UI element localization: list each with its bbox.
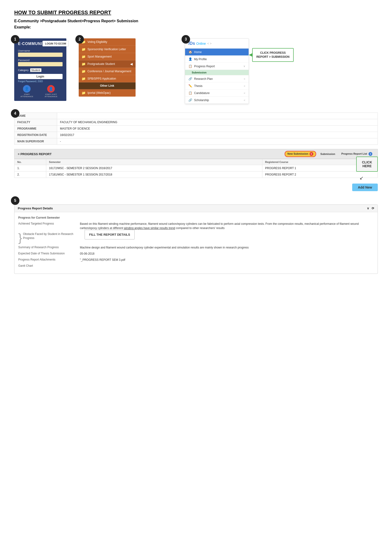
summary-value: Machine design and filament wound carbon…	[80, 245, 374, 250]
supervisor-value: -	[57, 138, 378, 145]
submission-tab[interactable]: Submission	[319, 152, 337, 156]
nav-home[interactable]: 🏠 Home	[185, 48, 249, 56]
click-progress-callout: CLICK PROGRESS REPORT > SUBMISSION	[252, 48, 294, 62]
progress-list-tab[interactable]: Progress Report List 3	[339, 151, 374, 157]
menu-conference[interactable]: 📁 Conference / Journal Management	[79, 68, 136, 75]
nav-scholarship[interactable]: 🔗 Scholarship <	[185, 97, 249, 104]
candidature-icon: 📋	[189, 91, 192, 95]
add-new-button[interactable]: Add New	[352, 184, 378, 191]
nav-thesis-label: Thesis	[194, 84, 203, 88]
student-info-table: NAME FACULTY FACULTY OF MECHANICAL ENGIN…	[14, 112, 378, 145]
staff-attendance-icon: 👤	[23, 85, 31, 93]
table-row: MAIN SUPERVISOR -	[14, 138, 378, 145]
folder-icon2: 📁	[82, 47, 85, 51]
collapse-icon[interactable]: ∨	[367, 207, 369, 210]
details-header-actions: ∨ ⟳	[367, 207, 374, 210]
menu-sponsorship[interactable]: 📁 Sponsorship Verification Letter	[79, 46, 136, 53]
callout-arrow	[135, 66, 136, 70]
nav-thesis[interactable]: ✏️ Thesis <	[185, 83, 249, 90]
add-new-wrapper: ↙ Add New	[352, 180, 378, 191]
menu-voting-label: Voting Eligibility	[87, 40, 107, 44]
menu-sport[interactable]: 📁 Sport Management	[79, 53, 136, 60]
login-panel: E·COMMUNITY LOGIN TO ECOM Username Passw…	[14, 38, 66, 101]
progress-header-label: ≡ PROGRESS REPORT	[18, 152, 52, 156]
chevron-right-thesis: <	[244, 84, 245, 87]
attachments-row: Progress Report Attachments "_PROGRESS R…	[18, 258, 374, 262]
login-button[interactable]: Login	[18, 74, 63, 79]
new-submission-button[interactable]: New Submission 0	[285, 151, 316, 157]
gantt-label: Gantt Chart	[18, 264, 80, 268]
progress-table-wrapper: No. Semester Registered Course 1. 16172/…	[14, 159, 378, 178]
staff-attendance[interactable]: 👤 STAFF ATTENDANCE	[18, 85, 36, 97]
fill-callout: FILL THE REPORT DETAILS	[85, 230, 135, 239]
table-row: REGISTRATION DATE 16/02/2017	[14, 132, 378, 138]
menu-other-link[interactable]: Other Link	[79, 83, 136, 89]
arrow-down-icon: ↙	[359, 175, 364, 181]
login-to-ecom-button[interactable]: LOGIN TO ECOM	[42, 41, 69, 46]
chevron-right-research: <	[244, 77, 245, 80]
research-plan-icon: 🔗	[189, 77, 192, 81]
progress-icon: 📋	[189, 64, 192, 68]
back-icon[interactable]: <	[207, 42, 209, 45]
reg-date-label: REGISTRATION DATE	[14, 132, 57, 138]
staff-syift-attendance[interactable]: 👤 STAFF SYIFT ATTENDANCE	[40, 85, 63, 97]
menu-postgraduate[interactable]: 📁 Postgraduate Student ◀	[79, 60, 136, 68]
iportal-label: Iportal (WebOpac)	[87, 91, 111, 95]
username-input[interactable]	[18, 53, 63, 57]
ids-header: iDs Online < >	[185, 39, 249, 48]
chevron-down-icon: ∨	[243, 65, 245, 68]
forgot-password-link[interactable]: Forgot Password | SSO	[18, 80, 63, 83]
click-progress-text: CLICK PROGRESS REPORT > SUBMISSION	[256, 51, 290, 58]
new-submission-label: New Submission	[287, 152, 308, 155]
name-value	[57, 113, 378, 119]
ids-logo: iDs Online	[189, 41, 206, 46]
expected-date-value: 05-06-2018	[80, 251, 374, 256]
forward-icon[interactable]: >	[210, 42, 212, 45]
menu-spb[interactable]: 📁 SPB/SPPS Application	[79, 75, 136, 83]
reg-date-value: 16/02/2017	[57, 132, 378, 138]
achieved-progress-value: Based on this filament winding machine p…	[80, 222, 374, 230]
step2-circle: 2	[75, 35, 84, 44]
home-icon: 🏠	[189, 50, 192, 54]
step3-block: 3 iDs Online < > 🏠 Home 👤	[185, 38, 249, 104]
step5-block: 5 Progress Report Details ∨ ⟳ Progress f…	[14, 200, 378, 274]
step5-circle: 5	[11, 196, 20, 205]
attendance-row: 👤 STAFF ATTENDANCE 👤 STAFF SYIFT ATTENDA…	[18, 85, 63, 97]
table-row: NAME	[14, 113, 378, 119]
supervisor-label: MAIN SUPERVISOR	[14, 138, 57, 145]
category-select[interactable]: Student	[30, 68, 42, 72]
progress-list-badge: 3	[369, 152, 372, 156]
arrow-right-icon: ◀	[130, 62, 133, 66]
menu-iportal[interactable]: 📁 Iportal (WebOpac)	[79, 89, 136, 97]
progress-header: ≡ PROGRESS REPORT New Submission 0 Submi…	[14, 149, 378, 159]
obstacle-row: Obstacle Faced by Student in Research Pr…	[23, 232, 374, 240]
fill-callout-text: FILL THE REPORT DETAILS	[89, 233, 130, 236]
chevron-right-candidature: <	[244, 92, 245, 95]
section-title: Progress for Current Semester	[18, 216, 374, 219]
obstacle-brace-row: } Obstacle Faced by Student in Research …	[18, 232, 374, 243]
category-label: Category	[18, 69, 29, 71]
menu-voting[interactable]: 📁 Voting Eligibility	[79, 38, 136, 46]
obstacle-content: Obstacle Faced by Student in Research Pr…	[23, 232, 374, 243]
nav-myprofile-label: My Profile	[194, 58, 207, 61]
step1-block: 1 E·COMMUNITY LOGIN TO ECOM Username Pas…	[14, 38, 66, 101]
underline-text: winding angles have similar results tren…	[124, 226, 175, 230]
password-input[interactable]	[18, 62, 63, 66]
click-here-button[interactable]: CLICK HERE	[356, 157, 378, 172]
nav-arrows: < >	[207, 42, 212, 45]
nav-research-plan[interactable]: 🔗 Research Plan <	[185, 75, 249, 83]
nav-candidature[interactable]: 📋 Candidature <	[185, 90, 249, 97]
refresh-icon[interactable]: ⟳	[372, 207, 374, 210]
details-panel: Progress Report Details ∨ ⟳ Progress for…	[14, 204, 378, 274]
table-row: PROGRAMME MASTER OF SCIENCE	[14, 125, 378, 132]
achieved-progress-label: Achieved Targeted Progress	[18, 222, 80, 230]
programme-value: MASTER OF SCIENCE	[57, 125, 378, 132]
staff-syift-icon: 👤	[47, 85, 55, 93]
nav-progress-report[interactable]: 📋 Progress Report ∨	[185, 63, 249, 70]
example-label: Example:	[14, 25, 378, 29]
staff-attendance-label: STAFF ATTENDANCE	[18, 93, 36, 97]
nav-submission[interactable]: Submission	[185, 70, 249, 75]
attachments-label: Progress Report Attachments	[18, 258, 80, 262]
step4-block: 4 NAME FACULTY FACULTY OF MECHANICAL ENG…	[14, 112, 378, 191]
nav-myprofile[interactable]: 👤 My Profile	[185, 56, 249, 63]
